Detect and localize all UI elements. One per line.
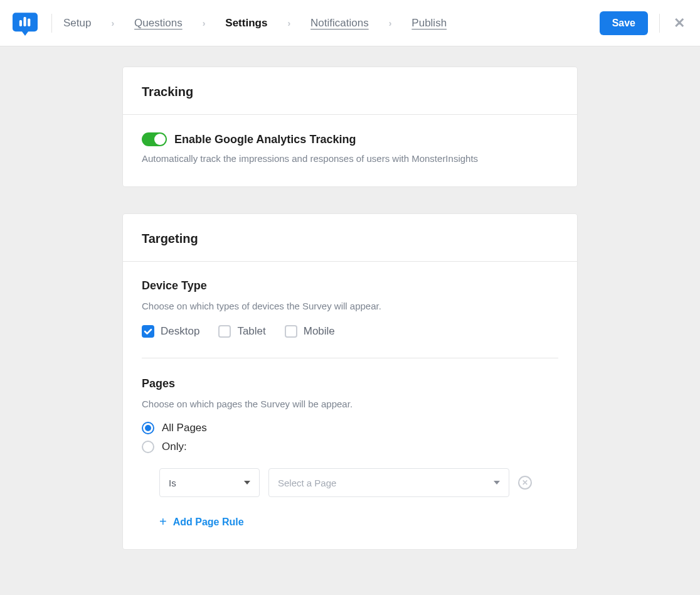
radio-icon xyxy=(142,441,154,453)
crumb-settings[interactable]: Settings xyxy=(225,17,267,29)
targeting-card: Targeting Device Type Choose on which ty… xyxy=(122,213,578,550)
crumb-setup[interactable]: Setup xyxy=(63,17,91,29)
checkbox-icon xyxy=(218,325,231,338)
header-separator xyxy=(659,14,660,33)
caret-down-icon xyxy=(494,481,500,485)
breadcrumb: Setup › Questions › Settings › Notificat… xyxy=(63,17,447,29)
rule-operator-select[interactable]: Is xyxy=(159,468,260,497)
checkbox-icon xyxy=(285,325,297,338)
device-mobile-label: Mobile xyxy=(304,325,335,338)
tracking-description: Automatically track the impressions and … xyxy=(142,151,558,166)
pages-radio-only[interactable]: Only: xyxy=(142,441,558,453)
device-desktop-checkbox[interactable]: Desktop xyxy=(142,325,199,338)
device-type-section: Device Type Choose on which types of dev… xyxy=(142,279,558,355)
pages-description: Choose on which pages the Survey will be… xyxy=(142,397,558,412)
chevron-right-icon: › xyxy=(203,18,206,28)
app-logo xyxy=(10,8,40,38)
page-rule-row: Is Select a Page ✕ xyxy=(159,468,558,497)
pages-radio-all-label: All Pages xyxy=(162,422,207,434)
device-type-title: Device Type xyxy=(142,279,558,292)
add-page-rule-button[interactable]: + Add Page Rule xyxy=(159,515,558,529)
content-area: Tracking Enable Google Analytics Trackin… xyxy=(122,67,578,550)
tracking-card: Tracking Enable Google Analytics Trackin… xyxy=(122,67,578,187)
pages-section: Pages Choose on which pages the Survey w… xyxy=(142,377,558,529)
crumb-publish[interactable]: Publish xyxy=(411,17,447,29)
pages-title: Pages xyxy=(142,377,558,390)
svg-rect-2 xyxy=(28,18,30,26)
checkbox-icon xyxy=(142,325,154,338)
device-tablet-checkbox[interactable]: Tablet xyxy=(218,325,265,338)
device-mobile-checkbox[interactable]: Mobile xyxy=(285,325,335,338)
header-bar: Setup › Questions › Settings › Notificat… xyxy=(0,0,700,46)
device-type-description: Choose on which types of devices the Sur… xyxy=(142,299,558,314)
svg-rect-0 xyxy=(19,20,22,26)
pages-radio-all[interactable]: All Pages xyxy=(142,422,558,434)
crumb-notifications[interactable]: Notifications xyxy=(310,17,369,29)
section-separator xyxy=(142,358,558,358)
plus-icon: + xyxy=(159,515,167,529)
crumb-questions[interactable]: Questions xyxy=(134,17,183,29)
svg-rect-1 xyxy=(24,17,26,26)
save-button[interactable]: Save xyxy=(600,11,648,35)
tracking-card-title: Tracking xyxy=(123,67,577,115)
rule-operator-value: Is xyxy=(169,478,176,488)
radio-icon xyxy=(142,422,154,434)
add-page-rule-label: Add Page Rule xyxy=(173,517,244,528)
tracking-toggle-label: Enable Google Analytics Tracking xyxy=(174,133,356,146)
chevron-right-icon: › xyxy=(389,18,392,28)
caret-down-icon xyxy=(244,481,250,485)
targeting-card-title: Targeting xyxy=(123,214,577,262)
header-separator xyxy=(51,14,52,33)
rule-page-placeholder: Select a Page xyxy=(278,478,336,488)
chevron-right-icon: › xyxy=(287,18,290,28)
rule-page-select[interactable]: Select a Page xyxy=(268,468,509,497)
device-tablet-label: Tablet xyxy=(237,325,265,338)
device-desktop-label: Desktop xyxy=(161,325,199,338)
pages-radio-only-label: Only: xyxy=(162,441,187,453)
tracking-toggle[interactable] xyxy=(142,132,167,146)
close-icon[interactable]: ✕ xyxy=(671,13,687,34)
chevron-right-icon: › xyxy=(111,18,114,28)
remove-rule-button[interactable]: ✕ xyxy=(518,476,532,490)
